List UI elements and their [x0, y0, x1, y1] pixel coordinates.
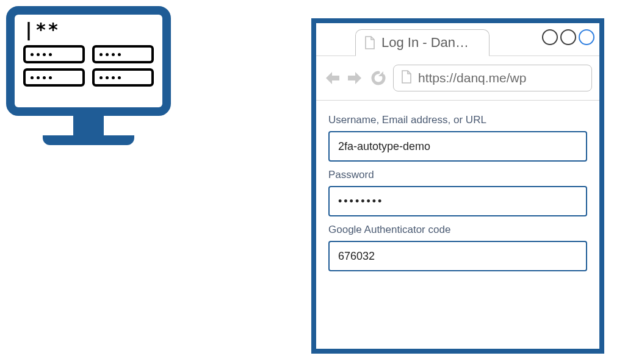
password-entry: [92, 45, 154, 63]
monitor-stand: [73, 116, 104, 135]
window-controls: [542, 29, 594, 45]
address-bar[interactable]: https://danq.me/wp: [393, 65, 592, 91]
username-input[interactable]: [328, 131, 587, 162]
window-control-dot[interactable]: [560, 29, 576, 45]
forward-icon[interactable]: [345, 70, 364, 87]
window-control-dot[interactable]: [579, 29, 594, 45]
password-manager-illustration: |**: [6, 6, 171, 145]
password-entry: [23, 68, 85, 87]
password-entry: [92, 68, 154, 87]
document-icon: [401, 70, 412, 87]
browser-tab[interactable]: Log In - Dan…: [355, 29, 490, 56]
tab-bar: Log In - Dan…: [316, 23, 599, 56]
password-entry: [23, 45, 85, 63]
refresh-icon[interactable]: [370, 70, 387, 87]
browser-window: Log In - Dan…: [311, 18, 604, 354]
tab-title: Log In - Dan…: [381, 35, 469, 51]
authenticator-code-label: Google Authenticator code: [328, 224, 587, 236]
monitor-screen: |**: [6, 6, 171, 116]
url-text: https://danq.me/wp: [418, 71, 526, 85]
back-icon[interactable]: [323, 70, 342, 87]
authenticator-code-input[interactable]: [328, 241, 587, 271]
password-input[interactable]: [328, 186, 587, 216]
password-entries-grid: [23, 45, 154, 87]
window-control-dot[interactable]: [542, 29, 558, 45]
browser-toolbar: https://danq.me/wp: [316, 56, 599, 101]
masked-text: |**: [23, 21, 154, 39]
login-form: Username, Email address, or URL Password…: [316, 101, 599, 277]
password-label: Password: [328, 169, 587, 181]
username-label: Username, Email address, or URL: [328, 114, 587, 126]
document-icon: [364, 36, 375, 49]
monitor-base: [43, 135, 134, 145]
